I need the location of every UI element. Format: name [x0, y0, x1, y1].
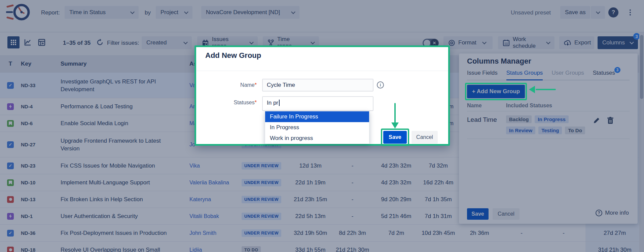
name-field[interactable]: Cycle Time [262, 79, 373, 92]
dropdown-option[interactable]: In Progress [265, 122, 369, 133]
save-arrow-line [394, 103, 396, 124]
required-asterisk: * [255, 82, 257, 88]
statuses-field[interactable]: In pr [262, 96, 373, 111]
name-label-text: Name [240, 82, 255, 88]
statuses-label-text: Statuses [234, 100, 255, 105]
statuses-field-value: In pr [267, 100, 278, 106]
name-field-label: Name* [196, 82, 257, 88]
add-new-group-modal: Add New Group Name* Cycle Time i Statuse… [194, 45, 450, 146]
add-group-arrow-line [536, 89, 556, 90]
text-cursor [279, 100, 280, 106]
required-asterisk: * [255, 100, 257, 105]
statuses-dropdown: Failure In Progress In Progress Work in … [265, 111, 369, 144]
dropdown-option[interactable]: Failure In Progress [265, 111, 369, 122]
statuses-field-label: Statuses* [196, 100, 257, 106]
dropdown-option[interactable]: Work in progress [265, 133, 369, 144]
info-icon[interactable]: i [377, 81, 384, 88]
app-screen: Report: Time in Status by Project NovaCo… [0, 0, 644, 252]
add-group-highlight-ring [465, 83, 527, 100]
modal-title: Add New Group [205, 51, 261, 60]
save-arrow-head [391, 122, 399, 129]
save-highlight-ring [381, 129, 409, 146]
add-group-arrow-head [529, 86, 535, 93]
divider [196, 71, 448, 71]
modal-cancel-button[interactable]: Cancel [412, 131, 438, 144]
